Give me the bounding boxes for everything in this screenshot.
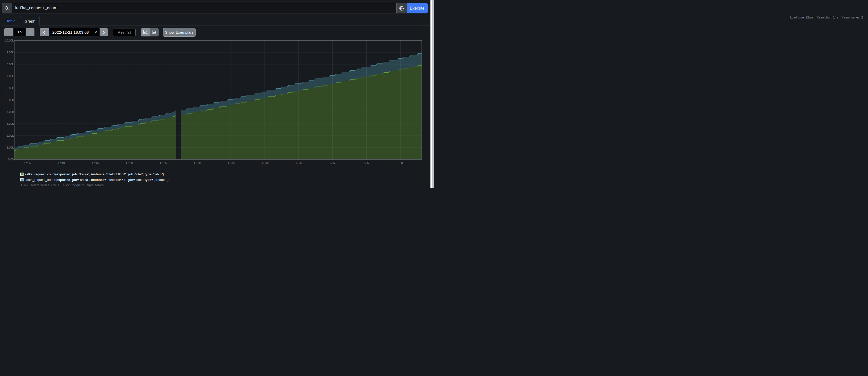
svg-text:17:15: 17:15 [92,162,99,165]
svg-text:7.00k: 7.00k [7,75,14,78]
svg-text:18:00: 18:00 [397,162,404,165]
svg-text:17:40: 17:40 [261,162,269,165]
svg-text:17:05: 17:05 [24,162,31,165]
svg-text:17:25: 17:25 [160,162,167,165]
svg-text:1.00k: 1.00k [7,146,14,149]
svg-text:6.00k: 6.00k [7,87,14,90]
svg-text:17:55: 17:55 [363,162,370,165]
svg-text:17:45: 17:45 [296,162,303,165]
svg-text:5.00k: 5.00k [7,98,14,101]
svg-text:17:30: 17:30 [193,162,201,165]
svg-text:2.00k: 2.00k [7,134,14,137]
svg-text:17:10: 17:10 [58,162,65,165]
svg-text:17:50: 17:50 [329,162,337,165]
svg-text:17:35: 17:35 [227,162,235,165]
svg-text:4.00k: 4.00k [7,110,14,113]
svg-text:0.00: 0.00 [8,158,14,161]
svg-text:10.00k: 10.00k [5,39,14,42]
svg-text:9.00k: 9.00k [7,51,14,54]
svg-text:8.00k: 8.00k [7,63,14,66]
svg-text:17:20: 17:20 [126,162,133,165]
svg-text:3.00k: 3.00k [7,122,14,125]
